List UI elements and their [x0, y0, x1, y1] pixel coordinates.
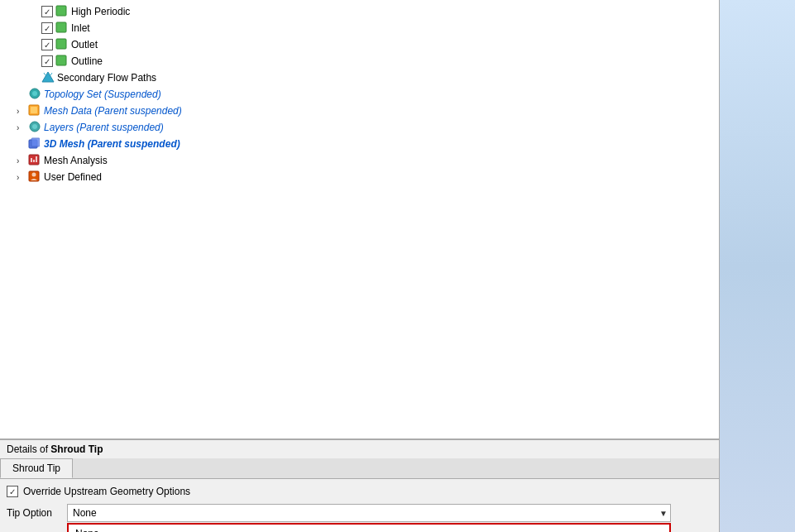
- override-row: Override Upstream Geometry Options: [7, 486, 712, 497]
- tree-item-outline[interactable]: Outline: [0, 53, 719, 69]
- svg-point-20: [32, 173, 36, 177]
- right-panel: [720, 0, 795, 532]
- dropdown-item-none[interactable]: None: [69, 525, 669, 532]
- secondary-flow-icon: [41, 71, 55, 84]
- checkbox-high-periodic[interactable]: [41, 6, 53, 17]
- tree-item-mesh-analysis[interactable]: › Mesh Analysis: [0, 152, 719, 169]
- inlet-label: Inlet: [71, 22, 90, 34]
- svg-point-8: [32, 91, 37, 96]
- expander-user-defined[interactable]: ›: [17, 173, 26, 182]
- dropdown-list: None Constant Span Normal Distance Varia…: [67, 523, 671, 532]
- tree-item-inlet[interactable]: Inlet: [0, 20, 719, 36]
- 3d-mesh-label: 3D Mesh (Parent suspended): [44, 138, 180, 150]
- expander-secondary: [30, 74, 40, 83]
- tip-option-row: Tip Option None Constant Span Normal Dis…: [7, 504, 712, 522]
- tab-bar: Shroud Tip: [0, 458, 719, 479]
- mesh-analysis-label: Mesh Analysis: [44, 155, 108, 166]
- secondary-flow-label: Secondary Flow Paths: [57, 72, 156, 84]
- mesh-data-icon: [28, 104, 41, 117]
- tree-item-outlet[interactable]: Outlet: [0, 36, 719, 53]
- checkbox-outline[interactable]: [41, 55, 53, 67]
- expander-outline: [30, 57, 40, 66]
- svg-rect-0: [56, 6, 66, 16]
- svg-rect-3: [56, 55, 66, 65]
- checkbox-outlet[interactable]: [41, 39, 53, 50]
- tree-panel: High Periodic Inlet Outlet: [0, 0, 719, 439]
- outlet-label: Outlet: [71, 39, 98, 50]
- svg-rect-14: [31, 138, 40, 146]
- topology-set-label: Topology Set (Suspended): [44, 89, 161, 100]
- svg-rect-2: [56, 39, 66, 49]
- tree-item-user-defined[interactable]: › User Defined: [0, 169, 719, 185]
- details-header: Details of Shroud Tip: [0, 440, 719, 458]
- details-content: Override Upstream Geometry Options Tip O…: [0, 479, 719, 532]
- 3d-mesh-icon: [28, 137, 41, 151]
- expander-inlet: [30, 24, 40, 33]
- tab-shroud-tip[interactable]: Shroud Tip: [0, 458, 73, 478]
- svg-point-12: [32, 124, 37, 129]
- tree-item-3d-mesh[interactable]: 3D Mesh (Parent suspended): [0, 136, 719, 152]
- expander-mesh-data[interactable]: ›: [17, 107, 26, 116]
- mesh-analysis-icon: [28, 154, 41, 167]
- expander-topology: [17, 90, 26, 99]
- topology-set-icon: [28, 88, 41, 101]
- override-checkbox[interactable]: [7, 486, 18, 497]
- expander-3d-mesh: [17, 140, 26, 149]
- details-panel: Details of Shroud Tip Shroud Tip Overrid…: [0, 439, 719, 532]
- mesh-data-label: Mesh Data (Parent suspended): [44, 105, 182, 117]
- svg-line-5: [44, 73, 45, 75]
- expander-high-periodic: [30, 7, 40, 17]
- checkbox-inlet[interactable]: [41, 22, 53, 34]
- svg-line-6: [50, 73, 52, 75]
- inlet-icon: [55, 22, 69, 35]
- dropdown-wrapper: None Constant Span Normal Distance Varia…: [67, 504, 671, 522]
- svg-rect-1: [56, 22, 66, 32]
- outlet-icon: [55, 38, 69, 51]
- tip-option-dropdown[interactable]: None Constant Span Normal Distance Varia…: [67, 504, 671, 522]
- expander-layers[interactable]: ›: [17, 123, 26, 132]
- outline-label: Outline: [71, 55, 103, 67]
- expander-outlet: [30, 41, 40, 50]
- tree-item-topology-set[interactable]: Topology Set (Suspended): [0, 86, 719, 103]
- tree-item-high-periodic[interactable]: High Periodic: [0, 3, 719, 20]
- tree-item-mesh-data[interactable]: › Mesh Data (Parent suspended): [0, 103, 719, 119]
- high-periodic-label: High Periodic: [71, 6, 130, 17]
- user-defined-icon: [28, 170, 41, 184]
- user-defined-label: User Defined: [44, 171, 102, 183]
- tree-item-layers[interactable]: › Layers (Parent suspended): [0, 119, 719, 136]
- override-label: Override Upstream Geometry Options: [23, 486, 190, 497]
- layers-label: Layers (Parent suspended): [44, 122, 164, 133]
- layers-icon: [28, 121, 41, 134]
- expander-mesh-analysis[interactable]: ›: [17, 156, 26, 165]
- tree-item-secondary-flow[interactable]: Secondary Flow Paths: [0, 69, 719, 86]
- high-periodic-icon: [55, 5, 69, 18]
- tip-option-label: Tip Option: [7, 507, 60, 519]
- svg-rect-10: [31, 107, 37, 113]
- outline-icon: [55, 55, 69, 68]
